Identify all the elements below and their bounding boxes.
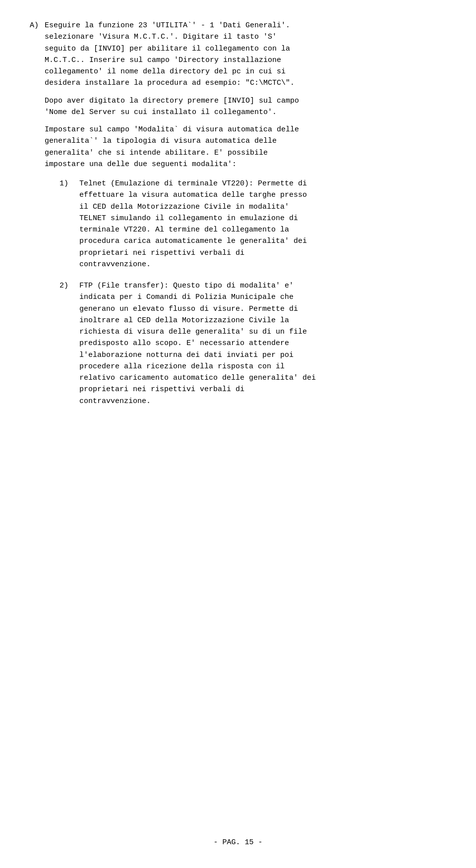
list-item-2-content: FTP (File transfer): Questo tipo di moda…: [79, 280, 446, 407]
paragraph-2: Dopo aver digitato la directory premere …: [45, 95, 446, 118]
content-block: A) Eseguire la funzione 23 'UTILITA`' - …: [30, 20, 446, 417]
list-section: 1) Telnet (Emulazione di terminale VT220…: [60, 178, 446, 407]
paragraph-3: Impostare sul campo 'Modalita` di visura…: [45, 124, 446, 170]
page-footer: - PAG. 15 -: [0, 837, 476, 848]
page-number: - PAG. 15 -: [213, 838, 262, 847]
list-item-1-label: 1): [60, 178, 79, 270]
paragraph-1: Eseguire la funzione 23 'UTILITA`' - 1 '…: [45, 20, 446, 89]
section-a-content: Eseguire la funzione 23 'UTILITA`' - 1 '…: [45, 20, 446, 417]
list-item-1-content: Telnet (Emulazione di terminale VT220): …: [79, 178, 446, 270]
section-a: A) Eseguire la funzione 23 'UTILITA`' - …: [30, 20, 446, 417]
list-item-2: 2) FTP (File transfer): Questo tipo di m…: [60, 280, 446, 407]
list-item-2-label: 2): [60, 280, 79, 407]
list-item-1-text: Permette dieffettuare la visura automati…: [79, 179, 307, 269]
page: A) Eseguire la funzione 23 'UTILITA`' - …: [0, 0, 476, 868]
list-item-1: 1) Telnet (Emulazione di terminale VT220…: [60, 178, 446, 270]
list-item-2-header: FTP (File transfer):: [79, 282, 173, 290]
list-item-1-header: Telnet (Emulazione di terminale VT220):: [79, 179, 258, 188]
section-a-label: A): [30, 20, 45, 417]
list-item-2-text: Questo tipo di modalita' e'indicata per …: [79, 282, 316, 405]
